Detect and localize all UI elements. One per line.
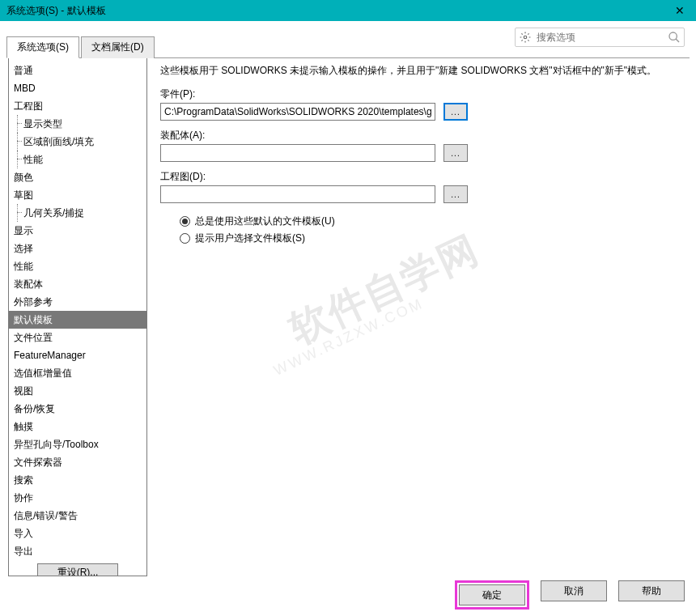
tree-item[interactable]: 协作	[9, 489, 146, 507]
tree-item[interactable]: 文件探索器	[9, 453, 146, 471]
dialog-buttons: 确定 取消 帮助	[455, 580, 685, 610]
ok-button[interactable]: 确定	[459, 584, 525, 605]
tree-item[interactable]: 装配体	[9, 275, 146, 293]
radio-icon	[180, 233, 190, 244]
part-label: 零件(P):	[160, 87, 681, 101]
search-bar	[515, 28, 685, 47]
radio-always-use-defaults[interactable]: 总是使用这些默认的文件模板(U)	[180, 215, 681, 228]
search-icon[interactable]	[666, 29, 682, 45]
tree-item[interactable]: 显示类型	[9, 115, 146, 133]
svg-point-1	[669, 32, 677, 40]
tree-item[interactable]: 默认模板	[9, 311, 146, 329]
tree-item[interactable]: 选择	[9, 240, 146, 257]
browse-assembly-button[interactable]: ...	[443, 144, 468, 162]
tree-item[interactable]: 视图	[9, 382, 146, 400]
tree-item[interactable]: 工程图	[9, 97, 146, 115]
tree-item[interactable]: 几何关系/捕捉	[9, 204, 146, 222]
tree-item[interactable]: FeatureManager	[9, 346, 146, 364]
tree-item[interactable]: 外部参考	[9, 293, 146, 311]
tree-item[interactable]: 草图	[9, 186, 146, 204]
browse-part-button[interactable]: ...	[443, 103, 468, 121]
tree-item[interactable]: 显示	[9, 222, 146, 240]
close-button[interactable]: ✕	[664, 0, 696, 21]
drawing-label: 工程图(D):	[160, 170, 681, 184]
tree-item[interactable]: 颜色	[9, 168, 146, 186]
tree-item[interactable]: 性能	[9, 151, 146, 168]
browse-drawing-button[interactable]: ...	[443, 185, 468, 203]
cancel-button[interactable]: 取消	[541, 580, 607, 601]
svg-line-2	[676, 39, 679, 42]
description-text: 这些模板用于 SOLIDWORKS 未提示输入模板的操作，并且用于"新建 SOL…	[160, 63, 681, 78]
radio-prompt-user[interactable]: 提示用户选择文件模板(S)	[180, 232, 681, 245]
titlebar: 系统选项(S) - 默认模板 ✕	[0, 0, 696, 21]
assembly-label: 装配体(A):	[160, 129, 681, 142]
radio-icon	[180, 216, 190, 227]
svg-point-0	[524, 36, 527, 39]
radio-prompt-label: 提示用户选择文件模板(S)	[195, 232, 305, 245]
tree-item[interactable]: 导出	[9, 542, 146, 560]
tree-item[interactable]: 文件位置	[9, 329, 146, 346]
radio-always-label: 总是使用这些默认的文件模板(U)	[195, 215, 335, 228]
tree-item[interactable]: 搜索	[9, 471, 146, 489]
tree-item[interactable]: 区域剖面线/填充	[9, 133, 146, 151]
main-panel: 这些模板用于 SOLIDWORKS 未提示输入模板的操作，并且用于"新建 SOL…	[147, 58, 690, 576]
close-icon: ✕	[675, 4, 685, 17]
gear-icon[interactable]	[519, 31, 532, 44]
tree-item[interactable]: 信息/错误/警告	[9, 507, 146, 525]
assembly-path-input[interactable]	[160, 144, 435, 162]
search-input[interactable]	[535, 29, 666, 45]
drawing-path-input[interactable]	[160, 185, 435, 203]
tab-document-properties[interactable]: 文档属性(D)	[81, 36, 155, 58]
ok-highlight-box: 确定	[455, 580, 529, 610]
tree-item[interactable]: 性能	[9, 257, 146, 275]
tree-item[interactable]: 触摸	[9, 418, 146, 435]
tree-item[interactable]: 异型孔向导/Toolbox	[9, 435, 146, 453]
tree-item[interactable]: 备份/恢复	[9, 400, 146, 418]
tree-item[interactable]: 普通	[9, 62, 146, 79]
help-button[interactable]: 帮助	[618, 580, 685, 601]
tree-item[interactable]: 导入	[9, 525, 146, 542]
tree-item[interactable]: 选值框增量值	[9, 364, 146, 382]
window-title: 系统选项(S) - 默认模板	[6, 4, 106, 18]
tree-item[interactable]: MBD	[9, 79, 146, 97]
options-tree: 普通MBD工程图显示类型区域剖面线/填充性能颜色草图几何关系/捕捉显示选择性能装…	[8, 58, 147, 576]
tab-system-options[interactable]: 系统选项(S)	[6, 36, 79, 58]
reset-button[interactable]: 重设(R)...	[37, 563, 118, 576]
part-path-input[interactable]	[160, 103, 435, 121]
